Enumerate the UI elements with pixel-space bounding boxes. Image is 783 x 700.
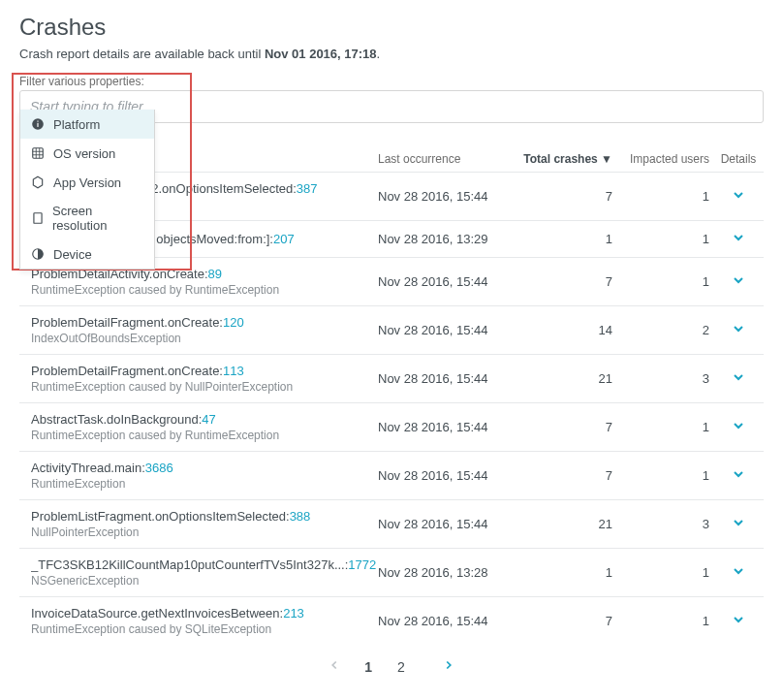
- svg-rect-9: [33, 213, 41, 224]
- crash-impacted-users: 3: [620, 517, 717, 531]
- crash-location: _TFC3SKB12KillCountMap10putCounterfTVs5I…: [19, 557, 378, 588]
- filter-option-label: Screen resolution: [52, 204, 144, 233]
- crash-total: 7: [523, 189, 620, 204]
- svg-marker-8: [33, 176, 42, 188]
- crash-line: 3686: [145, 461, 173, 475]
- crash-exception: RuntimeException caused by NullPointerEx…: [31, 380, 378, 394]
- crash-impacted-users: 2: [620, 323, 717, 337]
- filter-option-os-version[interactable]: OS version: [20, 139, 154, 168]
- crash-impacted-users: 1: [620, 189, 717, 204]
- crash-total: 14: [523, 323, 620, 337]
- pager-page-1[interactable]: 1: [359, 657, 378, 677]
- filter-option-label: Device: [53, 247, 92, 262]
- crash-impacted-users: 1: [620, 565, 717, 580]
- table-row: _TFC3SKB12KillCountMap10putCounterfTVs5I…: [19, 548, 764, 596]
- col-impacted-users[interactable]: Impacted users: [620, 152, 717, 166]
- crash-last-occurrence: Nov 28 2016, 15:44: [378, 517, 523, 531]
- crash-total: 7: [523, 274, 620, 289]
- table-row: AbstractTask.doInBackground:47RuntimeExc…: [19, 402, 764, 451]
- filter-option-label: Platform: [53, 117, 100, 132]
- crash-line: 89: [208, 267, 222, 281]
- filter-option-app-version[interactable]: App Version: [20, 168, 154, 197]
- crash-line: 1772: [348, 557, 376, 572]
- table-row: ActivityThread.main:3686RuntimeException…: [19, 451, 764, 499]
- expand-details-button[interactable]: [731, 470, 746, 485]
- crash-impacted-users: 1: [620, 468, 717, 483]
- filter-dropdown: PlatformOS versionApp VersionScreen reso…: [19, 110, 155, 270]
- crash-last-occurrence: Nov 28 2016, 15:44: [378, 274, 523, 289]
- expand-details-button[interactable]: [731, 567, 746, 582]
- crash-exception: IndexOutOfBoundsException: [31, 332, 378, 345]
- crash-total: 1: [523, 565, 620, 580]
- filter-section: Filter various properties: PlatformOS ve…: [19, 75, 764, 123]
- expand-details-button[interactable]: [731, 234, 746, 248]
- info-icon: [30, 116, 46, 132]
- crash-total: 7: [523, 614, 620, 628]
- table-row: ProblemDetailFragment.onCreate:113Runtim…: [19, 354, 764, 402]
- expand-details-button[interactable]: [731, 373, 746, 388]
- crash-impacted-users: 1: [620, 614, 717, 628]
- crash-method: ProblemDetailFragment.onCreate:113: [31, 364, 378, 378]
- col-last-occurrence[interactable]: Last occurrence: [378, 152, 523, 166]
- crash-location: InvoiceDataSource.getNextInvoicesBetween…: [19, 606, 378, 636]
- table-row: ProblemListFragment.onOptionsItemSelecte…: [19, 499, 764, 548]
- crash-impacted-users: 1: [620, 232, 717, 246]
- filter-option-device[interactable]: Device: [20, 239, 154, 269]
- crash-location: AbstractTask.doInBackground:47RuntimeExc…: [19, 412, 378, 442]
- filter-option-platform[interactable]: Platform: [20, 110, 154, 139]
- filter-option-screen-resolution[interactable]: Screen resolution: [20, 197, 154, 239]
- expand-details-button[interactable]: [731, 325, 746, 339]
- crash-impacted-users: 1: [620, 274, 717, 289]
- expand-details-button[interactable]: [731, 191, 746, 206]
- col-details: Details: [717, 152, 760, 166]
- pager-next[interactable]: [442, 658, 455, 675]
- crash-line: 47: [202, 412, 215, 427]
- expand-details-button[interactable]: [731, 276, 746, 291]
- svg-rect-3: [33, 148, 44, 159]
- crash-method: ActivityThread.main:3686: [31, 461, 378, 475]
- crash-line: 113: [223, 364, 244, 378]
- col-total-crashes[interactable]: Total crashes ▼: [523, 152, 620, 166]
- crash-total: 21: [523, 371, 620, 386]
- crash-exception: RuntimeException: [31, 477, 378, 491]
- crash-method: _TFC3SKB12KillCountMap10putCounterfTVs5I…: [31, 557, 378, 572]
- page-subtitle: Crash report details are available back …: [19, 47, 764, 61]
- filter-option-label: App Version: [53, 175, 121, 190]
- crash-method: ProblemListFragment.onOptionsItemSelecte…: [31, 509, 378, 524]
- crash-exception: RuntimeException caused by RuntimeExcept…: [31, 429, 378, 442]
- crash-impacted-users: 1: [620, 420, 717, 434]
- screen-icon: [30, 210, 45, 226]
- crash-exception: RuntimeException caused by RuntimeExcept…: [31, 283, 378, 297]
- pagination: 12: [19, 658, 764, 675]
- expand-details-button[interactable]: [731, 616, 746, 630]
- crash-location: ActivityThread.main:3686RuntimeException: [19, 461, 378, 491]
- crash-last-occurrence: Nov 28 2016, 15:44: [378, 468, 523, 483]
- svg-rect-1: [37, 123, 38, 127]
- crash-location: ProblemDetailFragment.onCreate:113Runtim…: [19, 364, 378, 394]
- table-row: InvoiceDataSource.getNextInvoicesBetween…: [19, 596, 764, 645]
- pager-page-2[interactable]: 2: [392, 657, 411, 677]
- hex-icon: [30, 175, 46, 190]
- crash-total: 21: [523, 517, 620, 531]
- crash-exception: RuntimeException caused by SQLiteExcepti…: [31, 622, 378, 636]
- crash-last-occurrence: Nov 28 2016, 15:44: [378, 420, 523, 434]
- crash-method: InvoiceDataSource.getNextInvoicesBetween…: [31, 606, 378, 620]
- crash-last-occurrence: Nov 28 2016, 15:44: [378, 323, 523, 337]
- crash-line: 120: [223, 315, 244, 330]
- crash-location: ProblemListFragment.onOptionsItemSelecte…: [19, 509, 378, 539]
- device-icon: [30, 246, 46, 262]
- crash-last-occurrence: Nov 28 2016, 13:28: [378, 565, 523, 580]
- crash-exception: NSGenericException: [31, 574, 378, 588]
- crash-exception: NullPointerException: [31, 525, 378, 539]
- crash-line: 207: [273, 232, 295, 246]
- pager-prev: [328, 658, 341, 675]
- crash-last-occurrence: Nov 28 2016, 15:44: [378, 189, 523, 204]
- table-row: ProblemDetailFragment.onCreate:120IndexO…: [19, 305, 764, 354]
- crash-location: ProblemDetailFragment.onCreate:120IndexO…: [19, 315, 378, 345]
- crash-last-occurrence: Nov 28 2016, 15:44: [378, 614, 523, 628]
- expand-details-button[interactable]: [731, 422, 746, 436]
- grid-icon: [30, 145, 46, 161]
- crash-total: 1: [523, 232, 620, 246]
- expand-details-button[interactable]: [731, 519, 746, 533]
- crash-impacted-users: 3: [620, 371, 717, 386]
